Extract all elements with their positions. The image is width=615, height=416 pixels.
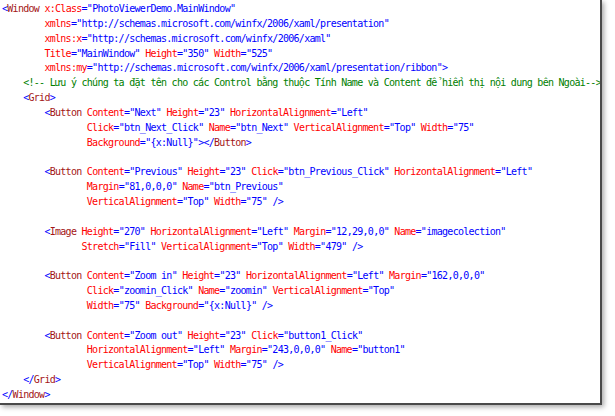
code-line — [2, 254, 600, 269]
code-line: Background="{x:Null}"></Button> — [2, 136, 600, 151]
code-line: <!-- Lưu ý chúng ta đặt tên cho các Cont… — [2, 76, 600, 91]
code-line: xmlns:x="http://schemas.microsoft.com/wi… — [2, 32, 600, 47]
code-line: Title="MainWindow" Height="350" Width="5… — [2, 47, 600, 62]
code-line: <Window x:Class="PhotoViewerDemo.MainWin… — [2, 2, 600, 17]
code-line: Click="zoomin_Click" Name="zoomin" Verti… — [2, 284, 600, 299]
code-line — [2, 210, 600, 225]
code-line — [2, 150, 600, 165]
code-line: xmlns="http://schemas.microsoft.com/winf… — [2, 17, 600, 32]
code-line: Stretch="Fill" VerticalAlignment="Top" W… — [2, 240, 600, 255]
code-line: <Grid> — [2, 91, 600, 106]
code-line: <Button Content="Zoom out" Height="23" C… — [2, 329, 600, 344]
code-line: <Button Content="Previous" Height="23" C… — [2, 165, 600, 180]
code-editor[interactable]: <Window x:Class="PhotoViewerDemo.MainWin… — [2, 2, 600, 403]
code-line: Width="75" Background="{x:Null}" /> — [2, 299, 600, 314]
code-line: <Button Content="Zoom in" Height="23" Ho… — [2, 269, 600, 284]
code-line: VerticalAlignment="Top" Width="75" /> — [2, 195, 600, 210]
code-line: HorizontalAlignment="Left" Margin="243,0… — [2, 343, 600, 358]
editor-frame: <Window x:Class="PhotoViewerDemo.MainWin… — [0, 0, 602, 405]
code-line — [2, 314, 600, 329]
code-line: VerticalAlignment="Top" Width="75" /> — [2, 358, 600, 373]
code-line: </Window> — [2, 388, 600, 403]
code-line: <Image Height="270" HorizontalAlignment=… — [2, 225, 600, 240]
code-line: <Button Content="Next" Height="23" Horiz… — [2, 106, 600, 121]
xaml-code-screenshot: <Window x:Class="PhotoViewerDemo.MainWin… — [0, 0, 615, 416]
code-line: </Grid> — [2, 373, 600, 388]
code-line: Click="btn_Next_Click" Name="btn_Next" V… — [2, 121, 600, 136]
code-line: xmlns:my="http://schemas.microsoft.com/w… — [2, 61, 600, 76]
code-line: Margin="81,0,0,0" Name="btn_Previous" — [2, 180, 600, 195]
